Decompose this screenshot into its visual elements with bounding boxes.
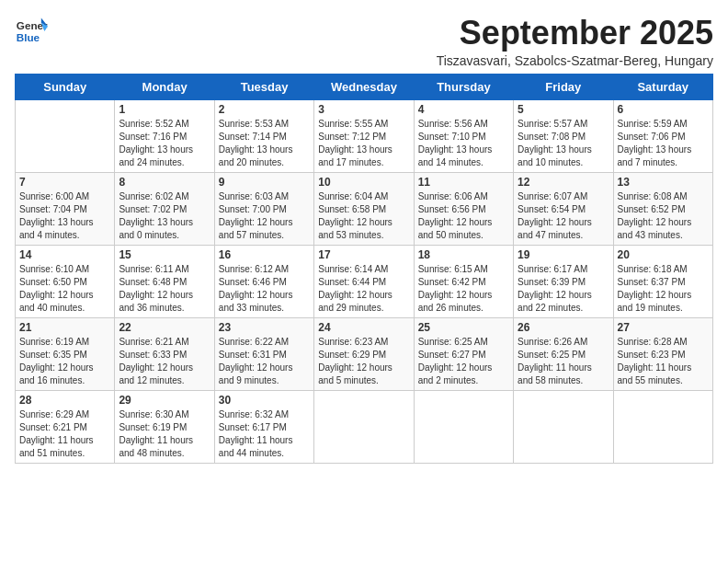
day-cell: 21Sunrise: 6:19 AMSunset: 6:35 PMDayligh… [16,317,115,390]
day-info: Sunrise: 6:32 AMSunset: 6:17 PMDaylight:… [219,408,310,460]
day-header-tuesday: Tuesday [214,74,313,99]
day-info: Sunrise: 6:12 AMSunset: 6:46 PMDaylight:… [219,263,310,315]
day-number: 2 [219,103,310,116]
day-info: Sunrise: 5:56 AMSunset: 7:10 PMDaylight:… [418,118,509,169]
day-cell [514,390,613,463]
week-row-1: 1Sunrise: 5:52 AMSunset: 7:16 PMDaylight… [16,99,713,172]
day-info: Sunrise: 6:22 AMSunset: 6:31 PMDaylight:… [219,336,310,387]
day-cell: 12Sunrise: 6:07 AMSunset: 6:54 PMDayligh… [514,172,613,245]
day-info: Sunrise: 6:07 AMSunset: 6:54 PMDaylight:… [518,190,609,242]
day-cell: 28Sunrise: 6:29 AMSunset: 6:21 PMDayligh… [16,390,115,463]
svg-text:Blue: Blue [17,31,40,43]
day-number: 24 [318,321,409,334]
day-number: 3 [318,103,409,116]
day-number: 17 [318,248,409,261]
day-info: Sunrise: 5:52 AMSunset: 7:16 PMDaylight:… [119,118,210,169]
day-cell: 24Sunrise: 6:23 AMSunset: 6:29 PMDayligh… [314,317,414,390]
day-cell: 22Sunrise: 6:21 AMSunset: 6:33 PMDayligh… [115,317,214,390]
day-info: Sunrise: 6:26 AMSunset: 6:25 PMDaylight:… [518,336,609,387]
day-cell: 9Sunrise: 6:03 AMSunset: 7:00 PMDaylight… [214,172,313,245]
day-header-wednesday: Wednesday [314,74,414,99]
day-info: Sunrise: 6:02 AMSunset: 7:02 PMDaylight:… [119,190,210,242]
day-number: 1 [119,103,210,116]
week-row-2: 7Sunrise: 6:00 AMSunset: 7:04 PMDaylight… [16,172,713,245]
day-info: Sunrise: 6:25 AMSunset: 6:27 PMDaylight:… [418,336,509,387]
day-info: Sunrise: 6:15 AMSunset: 6:42 PMDaylight:… [418,263,509,315]
day-cell: 18Sunrise: 6:15 AMSunset: 6:42 PMDayligh… [414,245,513,317]
day-cell: 10Sunrise: 6:04 AMSunset: 6:58 PMDayligh… [314,172,414,245]
day-cell: 17Sunrise: 6:14 AMSunset: 6:44 PMDayligh… [314,245,414,317]
day-info: Sunrise: 6:29 AMSunset: 6:21 PMDaylight:… [19,408,110,460]
day-cell: 26Sunrise: 6:26 AMSunset: 6:25 PMDayligh… [514,317,613,390]
day-number: 23 [219,321,310,334]
week-row-5: 28Sunrise: 6:29 AMSunset: 6:21 PMDayligh… [16,390,713,463]
day-cell: 30Sunrise: 6:32 AMSunset: 6:17 PMDayligh… [214,390,313,463]
day-info: Sunrise: 5:59 AMSunset: 7:06 PMDaylight:… [618,118,709,169]
day-cell: 25Sunrise: 6:25 AMSunset: 6:27 PMDayligh… [414,317,513,390]
day-number: 14 [19,248,110,261]
month-title: September 2025 [437,15,713,52]
day-info: Sunrise: 5:57 AMSunset: 7:08 PMDaylight:… [518,118,609,169]
day-cell: 4Sunrise: 5:56 AMSunset: 7:10 PMDaylight… [414,99,513,172]
day-number: 28 [19,394,110,407]
day-number: 29 [119,394,210,407]
day-cell: 14Sunrise: 6:10 AMSunset: 6:50 PMDayligh… [16,245,115,317]
day-number: 27 [618,321,709,334]
day-number: 18 [418,248,509,261]
day-info: Sunrise: 6:28 AMSunset: 6:23 PMDaylight:… [618,336,709,387]
day-cell [414,390,513,463]
day-header-sunday: Sunday [16,74,115,99]
location-subtitle: Tiszavasvari, Szabolcs-Szatmar-Bereg, Hu… [437,53,713,68]
page-header: General Blue September 2025 Tiszavasvari… [15,15,713,68]
day-cell: 8Sunrise: 6:02 AMSunset: 7:02 PMDaylight… [115,172,214,245]
day-cell: 16Sunrise: 6:12 AMSunset: 6:46 PMDayligh… [214,245,313,317]
day-info: Sunrise: 6:06 AMSunset: 6:56 PMDaylight:… [418,190,509,242]
day-cell: 5Sunrise: 5:57 AMSunset: 7:08 PMDaylight… [514,99,613,172]
day-info: Sunrise: 6:30 AMSunset: 6:19 PMDaylight:… [119,408,210,460]
day-number: 4 [418,103,509,116]
day-info: Sunrise: 6:10 AMSunset: 6:50 PMDaylight:… [19,263,110,315]
day-info: Sunrise: 6:17 AMSunset: 6:39 PMDaylight:… [518,263,609,315]
day-cell: 11Sunrise: 6:06 AMSunset: 6:56 PMDayligh… [414,172,513,245]
day-cell: 19Sunrise: 6:17 AMSunset: 6:39 PMDayligh… [514,245,613,317]
day-info: Sunrise: 5:55 AMSunset: 7:12 PMDaylight:… [318,118,409,169]
title-block: September 2025 Tiszavasvari, Szabolcs-Sz… [437,15,713,68]
day-cell [314,390,414,463]
day-number: 5 [518,103,609,116]
day-number: 30 [219,394,310,407]
day-number: 7 [19,176,110,189]
day-number: 22 [119,321,210,334]
day-cell: 29Sunrise: 6:30 AMSunset: 6:19 PMDayligh… [115,390,214,463]
day-number: 26 [518,321,609,334]
day-header-saturday: Saturday [613,74,712,99]
day-number: 13 [618,176,709,189]
day-cell: 27Sunrise: 6:28 AMSunset: 6:23 PMDayligh… [613,317,712,390]
day-info: Sunrise: 6:03 AMSunset: 7:00 PMDaylight:… [219,190,310,242]
day-cell: 2Sunrise: 5:53 AMSunset: 7:14 PMDaylight… [214,99,313,172]
day-cell: 7Sunrise: 6:00 AMSunset: 7:04 PMDaylight… [16,172,115,245]
day-cell: 23Sunrise: 6:22 AMSunset: 6:31 PMDayligh… [214,317,313,390]
day-info: Sunrise: 6:04 AMSunset: 6:58 PMDaylight:… [318,190,409,242]
day-info: Sunrise: 6:08 AMSunset: 6:52 PMDaylight:… [618,190,709,242]
week-row-4: 21Sunrise: 6:19 AMSunset: 6:35 PMDayligh… [16,317,713,390]
day-number: 12 [518,176,609,189]
day-info: Sunrise: 6:19 AMSunset: 6:35 PMDaylight:… [19,336,110,387]
day-cell: 15Sunrise: 6:11 AMSunset: 6:48 PMDayligh… [115,245,214,317]
day-cell: 13Sunrise: 6:08 AMSunset: 6:52 PMDayligh… [613,172,712,245]
day-number: 10 [318,176,409,189]
day-cell: 1Sunrise: 5:52 AMSunset: 7:16 PMDaylight… [115,99,214,172]
header-row: SundayMondayTuesdayWednesdayThursdayFrid… [16,74,713,99]
day-header-thursday: Thursday [414,74,513,99]
day-cell: 3Sunrise: 5:55 AMSunset: 7:12 PMDaylight… [314,99,414,172]
day-info: Sunrise: 5:53 AMSunset: 7:14 PMDaylight:… [219,118,310,169]
day-cell: 20Sunrise: 6:18 AMSunset: 6:37 PMDayligh… [613,245,712,317]
week-row-3: 14Sunrise: 6:10 AMSunset: 6:50 PMDayligh… [16,245,713,317]
day-number: 20 [618,248,709,261]
day-info: Sunrise: 6:14 AMSunset: 6:44 PMDaylight:… [318,263,409,315]
calendar-table: SundayMondayTuesdayWednesdayThursdayFrid… [15,74,713,464]
day-cell [16,99,115,172]
day-number: 11 [418,176,509,189]
day-number: 9 [219,176,310,189]
day-cell: 6Sunrise: 5:59 AMSunset: 7:06 PMDaylight… [613,99,712,172]
day-info: Sunrise: 6:21 AMSunset: 6:33 PMDaylight:… [119,336,210,387]
